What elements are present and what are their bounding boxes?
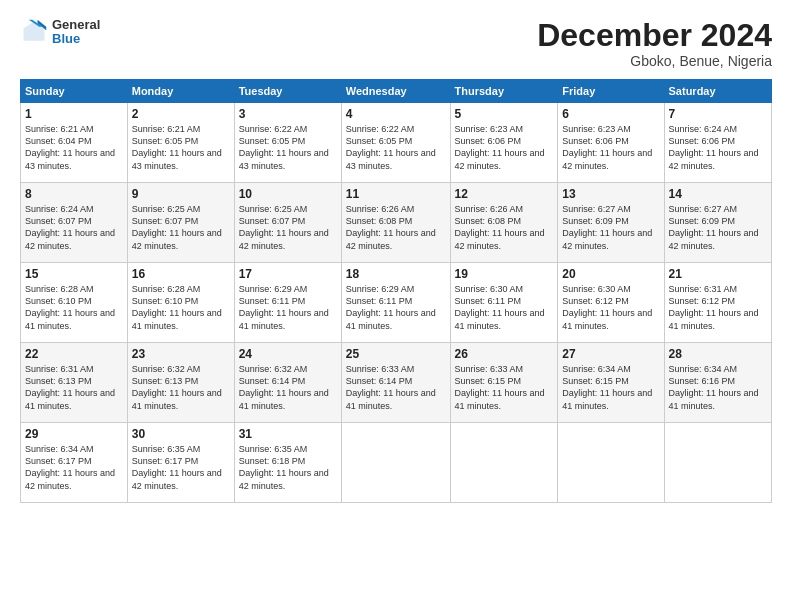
col-thursday: Thursday: [450, 80, 558, 103]
day-number: 15: [25, 267, 123, 281]
calendar-cell: 21 Sunrise: 6:31 AMSunset: 6:12 PMDaylig…: [664, 263, 771, 343]
col-sunday: Sunday: [21, 80, 128, 103]
day-detail: Sunrise: 6:21 AMSunset: 6:04 PMDaylight:…: [25, 124, 115, 170]
logo-icon: [20, 18, 48, 46]
day-number: 23: [132, 347, 230, 361]
month-title: December 2024: [537, 18, 772, 53]
calendar-cell: 22 Sunrise: 6:31 AMSunset: 6:13 PMDaylig…: [21, 343, 128, 423]
day-detail: Sunrise: 6:27 AMSunset: 6:09 PMDaylight:…: [669, 204, 759, 250]
header: General Blue December 2024 Gboko, Benue,…: [20, 18, 772, 69]
day-number: 20: [562, 267, 659, 281]
day-number: 5: [455, 107, 554, 121]
day-detail: Sunrise: 6:32 AMSunset: 6:14 PMDaylight:…: [239, 364, 329, 410]
calendar-week-4: 22 Sunrise: 6:31 AMSunset: 6:13 PMDaylig…: [21, 343, 772, 423]
col-wednesday: Wednesday: [341, 80, 450, 103]
day-number: 16: [132, 267, 230, 281]
day-detail: Sunrise: 6:35 AMSunset: 6:18 PMDaylight:…: [239, 444, 329, 490]
day-number: 29: [25, 427, 123, 441]
col-friday: Friday: [558, 80, 664, 103]
calendar-cell: 4 Sunrise: 6:22 AMSunset: 6:05 PMDayligh…: [341, 103, 450, 183]
calendar-week-1: 1 Sunrise: 6:21 AMSunset: 6:04 PMDayligh…: [21, 103, 772, 183]
day-number: 28: [669, 347, 767, 361]
day-detail: Sunrise: 6:34 AMSunset: 6:17 PMDaylight:…: [25, 444, 115, 490]
day-number: 3: [239, 107, 337, 121]
col-tuesday: Tuesday: [234, 80, 341, 103]
calendar-cell: 26 Sunrise: 6:33 AMSunset: 6:15 PMDaylig…: [450, 343, 558, 423]
day-detail: Sunrise: 6:24 AMSunset: 6:07 PMDaylight:…: [25, 204, 115, 250]
day-detail: Sunrise: 6:29 AMSunset: 6:11 PMDaylight:…: [346, 284, 436, 330]
day-detail: Sunrise: 6:30 AMSunset: 6:12 PMDaylight:…: [562, 284, 652, 330]
logo: General Blue: [20, 18, 100, 47]
day-number: 25: [346, 347, 446, 361]
day-detail: Sunrise: 6:33 AMSunset: 6:15 PMDaylight:…: [455, 364, 545, 410]
calendar-cell: 15 Sunrise: 6:28 AMSunset: 6:10 PMDaylig…: [21, 263, 128, 343]
calendar-cell: [558, 423, 664, 503]
calendar-table: Sunday Monday Tuesday Wednesday Thursday…: [20, 79, 772, 503]
day-number: 1: [25, 107, 123, 121]
calendar-cell: 6 Sunrise: 6:23 AMSunset: 6:06 PMDayligh…: [558, 103, 664, 183]
day-number: 12: [455, 187, 554, 201]
day-detail: Sunrise: 6:28 AMSunset: 6:10 PMDaylight:…: [132, 284, 222, 330]
calendar-cell: 20 Sunrise: 6:30 AMSunset: 6:12 PMDaylig…: [558, 263, 664, 343]
calendar-cell: 5 Sunrise: 6:23 AMSunset: 6:06 PMDayligh…: [450, 103, 558, 183]
calendar-cell: 31 Sunrise: 6:35 AMSunset: 6:18 PMDaylig…: [234, 423, 341, 503]
calendar-cell: 18 Sunrise: 6:29 AMSunset: 6:11 PMDaylig…: [341, 263, 450, 343]
logo-general-text: General: [52, 18, 100, 32]
calendar-cell: 9 Sunrise: 6:25 AMSunset: 6:07 PMDayligh…: [127, 183, 234, 263]
calendar-cell: [341, 423, 450, 503]
day-detail: Sunrise: 6:31 AMSunset: 6:13 PMDaylight:…: [25, 364, 115, 410]
calendar-cell: 30 Sunrise: 6:35 AMSunset: 6:17 PMDaylig…: [127, 423, 234, 503]
day-detail: Sunrise: 6:27 AMSunset: 6:09 PMDaylight:…: [562, 204, 652, 250]
calendar-cell: 8 Sunrise: 6:24 AMSunset: 6:07 PMDayligh…: [21, 183, 128, 263]
day-number: 9: [132, 187, 230, 201]
day-detail: Sunrise: 6:25 AMSunset: 6:07 PMDaylight:…: [239, 204, 329, 250]
day-detail: Sunrise: 6:23 AMSunset: 6:06 PMDaylight:…: [455, 124, 545, 170]
calendar-header-row: Sunday Monday Tuesday Wednesday Thursday…: [21, 80, 772, 103]
day-number: 2: [132, 107, 230, 121]
calendar-cell: 13 Sunrise: 6:27 AMSunset: 6:09 PMDaylig…: [558, 183, 664, 263]
day-number: 31: [239, 427, 337, 441]
day-detail: Sunrise: 6:34 AMSunset: 6:15 PMDaylight:…: [562, 364, 652, 410]
calendar-cell: 27 Sunrise: 6:34 AMSunset: 6:15 PMDaylig…: [558, 343, 664, 423]
location: Gboko, Benue, Nigeria: [537, 53, 772, 69]
calendar-cell: 25 Sunrise: 6:33 AMSunset: 6:14 PMDaylig…: [341, 343, 450, 423]
day-number: 17: [239, 267, 337, 281]
day-detail: Sunrise: 6:32 AMSunset: 6:13 PMDaylight:…: [132, 364, 222, 410]
day-detail: Sunrise: 6:23 AMSunset: 6:06 PMDaylight:…: [562, 124, 652, 170]
day-number: 10: [239, 187, 337, 201]
calendar-cell: 23 Sunrise: 6:32 AMSunset: 6:13 PMDaylig…: [127, 343, 234, 423]
day-number: 19: [455, 267, 554, 281]
calendar-cell: 12 Sunrise: 6:26 AMSunset: 6:08 PMDaylig…: [450, 183, 558, 263]
day-detail: Sunrise: 6:34 AMSunset: 6:16 PMDaylight:…: [669, 364, 759, 410]
day-number: 7: [669, 107, 767, 121]
logo-text: General Blue: [52, 18, 100, 47]
calendar-cell: 29 Sunrise: 6:34 AMSunset: 6:17 PMDaylig…: [21, 423, 128, 503]
calendar-cell: 19 Sunrise: 6:30 AMSunset: 6:11 PMDaylig…: [450, 263, 558, 343]
title-block: December 2024 Gboko, Benue, Nigeria: [537, 18, 772, 69]
col-monday: Monday: [127, 80, 234, 103]
day-detail: Sunrise: 6:29 AMSunset: 6:11 PMDaylight:…: [239, 284, 329, 330]
calendar-cell: 14 Sunrise: 6:27 AMSunset: 6:09 PMDaylig…: [664, 183, 771, 263]
day-number: 4: [346, 107, 446, 121]
day-detail: Sunrise: 6:26 AMSunset: 6:08 PMDaylight:…: [346, 204, 436, 250]
day-number: 27: [562, 347, 659, 361]
logo-blue-text: Blue: [52, 32, 100, 46]
calendar-cell: 7 Sunrise: 6:24 AMSunset: 6:06 PMDayligh…: [664, 103, 771, 183]
day-number: 13: [562, 187, 659, 201]
calendar-cell: 28 Sunrise: 6:34 AMSunset: 6:16 PMDaylig…: [664, 343, 771, 423]
calendar-cell: 1 Sunrise: 6:21 AMSunset: 6:04 PMDayligh…: [21, 103, 128, 183]
day-detail: Sunrise: 6:31 AMSunset: 6:12 PMDaylight:…: [669, 284, 759, 330]
calendar-cell: 10 Sunrise: 6:25 AMSunset: 6:07 PMDaylig…: [234, 183, 341, 263]
day-detail: Sunrise: 6:24 AMSunset: 6:06 PMDaylight:…: [669, 124, 759, 170]
day-number: 22: [25, 347, 123, 361]
day-detail: Sunrise: 6:25 AMSunset: 6:07 PMDaylight:…: [132, 204, 222, 250]
calendar-week-3: 15 Sunrise: 6:28 AMSunset: 6:10 PMDaylig…: [21, 263, 772, 343]
day-number: 8: [25, 187, 123, 201]
calendar-cell: [450, 423, 558, 503]
calendar-week-5: 29 Sunrise: 6:34 AMSunset: 6:17 PMDaylig…: [21, 423, 772, 503]
day-detail: Sunrise: 6:21 AMSunset: 6:05 PMDaylight:…: [132, 124, 222, 170]
day-detail: Sunrise: 6:35 AMSunset: 6:17 PMDaylight:…: [132, 444, 222, 490]
day-number: 30: [132, 427, 230, 441]
day-detail: Sunrise: 6:33 AMSunset: 6:14 PMDaylight:…: [346, 364, 436, 410]
calendar-cell: [664, 423, 771, 503]
